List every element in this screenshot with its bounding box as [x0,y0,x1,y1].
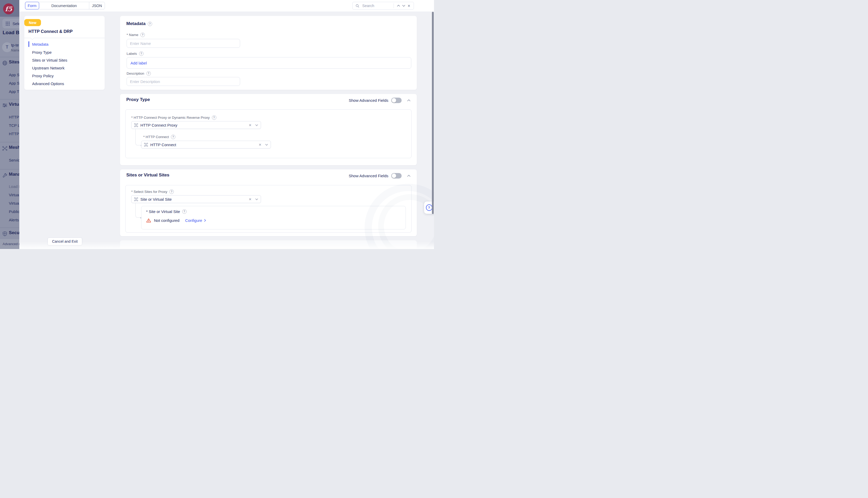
service-select-label: Selec [13,22,19,26]
tab-documentation[interactable]: Documentation [39,2,89,9]
sidebar-item[interactable]: Public [9,209,19,214]
help-icon[interactable] [182,209,187,214]
help-icon[interactable] [141,32,145,37]
app-window: f5 Selec Load Ba T tp-te Name Sites App … [0,0,434,249]
sliders-icon [2,103,8,108]
name-input[interactable] [127,39,240,48]
shield-icon [2,231,8,237]
modal-topbar: Form Documentation JSON [19,0,434,12]
selected-value: HTTP Connect Proxy [141,123,249,127]
f5-logo[interactable]: f5 [3,3,14,14]
name-label: * Name [127,33,138,37]
form-step-sites[interactable]: Sites or Virtual Sites [32,57,67,63]
tab-json[interactable]: JSON [89,2,105,9]
sidebar-item[interactable]: App S [9,73,19,77]
find-search-box [352,2,414,10]
help-icon[interactable] [148,22,152,26]
mesh-icon [2,146,8,152]
form-step-metadata[interactable]: Metadata [32,41,49,47]
proxy-kind-label: * HTTP Connect Proxy or Dynamic Reverse … [131,116,210,120]
chevron-down-icon[interactable] [255,198,258,200]
sidebar-item[interactable]: TCP L [9,123,19,128]
form-step-proxy-policy[interactable]: Proxy Policy [32,73,54,79]
close-search-icon[interactable] [406,3,411,8]
nesting-connector [135,203,141,218]
section-title: Proxy Type [126,97,150,102]
collapse-section-icon[interactable] [406,98,411,103]
sidebar-item[interactable]: Load B [9,184,19,189]
form-panel: New HTTP Connect & DRP Metadata Proxy Ty… [19,12,434,249]
oneof-group-box: * HTTP Connect Proxy or Dynamic Reverse … [125,109,411,158]
help-icon[interactable] [146,71,151,76]
show-advanced-toggle[interactable] [391,97,402,103]
advanced-nav-toggle[interactable]: Advanced n [0,239,19,249]
sidebar-item[interactable]: Alerts [9,218,19,222]
add-label-link[interactable]: Add label [131,61,147,65]
form-title: HTTP Connect & DRP [28,29,73,34]
site-config-box: * Site or Virtual Site Not configured Co… [141,206,406,230]
next-section-card-partial [120,240,417,249]
chevron-down-icon[interactable] [255,124,258,126]
tab-form[interactable]: Form [25,2,39,9]
proxy-kind-select[interactable]: HTTP Connect Proxy [131,121,261,129]
sidebar-group-security[interactable]: Secur [9,230,19,235]
sidebar-group-manage[interactable]: Mana [9,172,19,177]
labels-box: Add label [127,57,411,69]
help-icon[interactable] [171,135,175,139]
sidebar-group-sites[interactable]: Sites [9,60,19,65]
workspace-subtitle: Name [11,48,19,52]
oneof-icon [134,197,138,201]
clear-icon[interactable] [259,143,262,147]
sidebar-item[interactable]: HTTP [9,132,19,136]
chevron-down-icon[interactable] [265,144,268,146]
sites-section-card: Sites or Virtual Sites Show Advanced Fie… [120,169,417,236]
form-step-upstream-network[interactable]: Upstream Network [32,65,64,71]
search-input[interactable] [362,3,392,8]
wrench-icon [2,172,8,178]
form-step-advanced-options[interactable]: Advanced Options [32,80,64,87]
help-icon[interactable] [169,189,174,194]
metadata-section-card: Metadata * Name Labels Add label Descrip… [120,16,417,90]
sidebar-item[interactable]: HTTP [9,115,19,119]
description-label: Description [127,71,144,76]
cancel-and-exit-button[interactable]: Cancel and Exit [48,237,82,245]
sidebar-item[interactable]: Servic [9,158,19,162]
find-next-icon[interactable] [401,3,406,8]
status-text: Not configured [154,218,180,223]
help-icon[interactable] [139,51,144,56]
workspace-avatar[interactable]: T [2,42,12,52]
sidebar-title: Load Ba [3,30,19,36]
clear-icon[interactable] [249,123,252,127]
http-connect-select[interactable]: HTTP Connect [141,141,271,148]
sidebar-item[interactable]: App S [9,81,19,86]
scrollbar-thumb[interactable] [432,12,434,214]
collapse-section-icon[interactable] [406,173,411,178]
sidebar-group-virtual-hosts[interactable]: Virtua [9,102,19,107]
divider-notch [30,38,34,40]
divider [0,57,19,57]
configure-button[interactable]: Configure [185,218,206,223]
sidebar-item[interactable]: Virtua [9,193,19,197]
show-advanced-label: Show Advanced Fields [348,173,388,178]
http-connect-label: * HTTP Connect [143,135,169,139]
help-icon[interactable] [212,115,216,120]
oneof-icon [144,143,148,147]
nesting-connector [135,129,142,145]
sidebar-item[interactable]: Virtua [9,201,19,206]
find-previous-icon[interactable] [396,3,401,8]
workspace-name: tp-te [11,43,19,47]
sidebar: f5 Selec Load Ba T tp-te Name Sites App … [0,0,19,249]
show-advanced-toggle[interactable] [391,173,402,179]
chevron-right-icon [204,219,206,222]
sidebar-group-mesh[interactable]: Mesh [9,145,19,150]
oneof-group-box: * Select Sites for Proxy Site or Virtual… [125,185,411,233]
clear-icon[interactable] [249,197,252,201]
toggle-knob [392,173,396,178]
form-step-proxy-type[interactable]: Proxy Type [32,49,52,55]
service-select-button[interactable]: Selec [3,19,19,28]
labels-label: Labels [127,52,137,56]
description-input[interactable] [127,77,240,86]
site-kind-select[interactable]: Site or Virtual Site [131,195,261,203]
sidebar-item[interactable]: App T [9,89,19,94]
divider [0,142,19,142]
